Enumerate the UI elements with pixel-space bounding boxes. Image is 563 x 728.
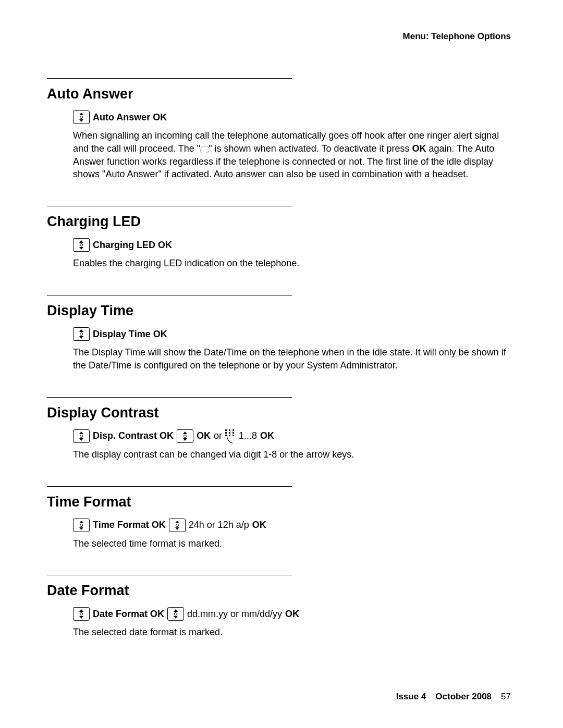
body-part: " is shown when activated. To deactivate… <box>209 143 412 154</box>
nav-text: Auto Answer OK <box>93 112 167 123</box>
auto-answer-indicator-icon <box>200 146 209 152</box>
nav-sequence: Date Format OK dd.mm.yy or mm/dd/yy OK <box>73 607 516 621</box>
nav-key-icon <box>73 429 90 443</box>
section-rule <box>47 575 292 575</box>
nav-text: Disp. Contrast OK <box>93 430 174 441</box>
page-header: Menu: Telephone Options <box>47 31 516 42</box>
page-footer: Issue 4 October 2008 57 <box>396 692 511 702</box>
nav-key-icon <box>73 110 90 124</box>
section-title: Auto Answer <box>47 86 516 102</box>
keypad-icon <box>225 429 236 443</box>
section-rule <box>47 397 292 398</box>
section-title: Display Time <box>47 303 516 319</box>
section-body: The selected date format is marked. <box>73 626 516 639</box>
nav-key-icon <box>73 327 90 341</box>
nav-key-icon <box>177 429 193 443</box>
section-date-format: Date Format Date Format OK dd.mm.yy or m… <box>47 575 516 639</box>
nav-text: Time Format OK <box>93 520 166 530</box>
nav-sequence: Time Format OK 24h or 12h a/p OK <box>73 519 516 532</box>
nav-key-icon <box>73 607 90 621</box>
section-title: Display Contrast <box>47 405 516 421</box>
footer-issue: Issue 4 <box>396 692 426 702</box>
or-text: or <box>214 430 222 441</box>
ok-word-bold: OK <box>412 143 426 154</box>
section-title: Date Format <box>47 583 516 599</box>
nav-key-icon <box>73 238 90 252</box>
section-rule <box>47 78 292 79</box>
range-text: 1...8 <box>239 430 257 441</box>
section-body: Enables the charging LED indication on t… <box>73 257 516 270</box>
footer-date: October 2008 <box>435 692 492 702</box>
nav-text: OK <box>197 430 211 441</box>
nav-text: Display Time OK <box>93 329 167 340</box>
nav-text: OK <box>260 430 274 441</box>
section-time-format: Time Format Time Format OK 24h or 12h a/… <box>47 486 516 550</box>
nav-sequence: Auto Answer OK <box>73 110 516 124</box>
nav-text: Charging LED OK <box>93 240 172 251</box>
section-title: Charging LED <box>47 214 516 230</box>
option-text: 24h or 12h a/p <box>189 520 249 530</box>
section-rule <box>47 295 292 295</box>
nav-sequence: Charging LED OK <box>73 238 516 252</box>
section-body: The Display Time will show the Date/Time… <box>73 346 516 372</box>
footer-page: 57 <box>501 692 511 702</box>
section-body: The display contrast can be changed via … <box>73 448 516 461</box>
section-body: When signalling an incoming call the tel… <box>73 129 516 181</box>
section-display-time: Display Time Display Time OK The Display… <box>47 295 516 372</box>
section-auto-answer: Auto Answer Auto Answer OK When signalli… <box>47 78 516 181</box>
nav-key-icon <box>167 607 184 621</box>
nav-key-icon <box>169 519 186 532</box>
section-rule <box>47 486 292 487</box>
nav-text: OK <box>252 520 266 530</box>
nav-sequence: Disp. Contrast OK OK or 1...8 OK <box>73 429 516 443</box>
nav-sequence: Display Time OK <box>73 327 516 341</box>
section-rule <box>47 206 292 206</box>
section-title: Time Format <box>47 494 516 510</box>
option-text: dd.mm.yy or mm/dd/yy <box>187 609 282 620</box>
section-charging-led: Charging LED Charging LED OK Enables the… <box>47 206 516 270</box>
nav-key-icon <box>73 519 90 532</box>
section-body: The selected time format is marked. <box>73 537 516 550</box>
section-display-contrast: Display Contrast Disp. Contrast OK OK or… <box>47 397 516 461</box>
nav-text: Date Format OK <box>93 609 164 620</box>
breadcrumb: Menu: Telephone Options <box>403 31 511 41</box>
nav-text: OK <box>285 609 299 620</box>
